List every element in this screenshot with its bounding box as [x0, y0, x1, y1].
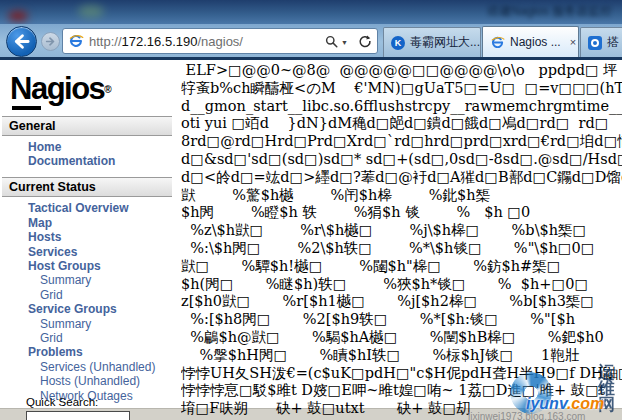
- page-viewport: Nagios® General HomeDocumentation Curren…: [0, 60, 622, 420]
- url-text[interactable]: http://172.16.5.190/nagios/: [89, 34, 243, 49]
- sidebar-link[interactable]: Home: [0, 140, 178, 154]
- browser-window: 搭建Nagios 服务器监控 http://172.16.5.190/nagio…: [0, 0, 622, 420]
- tab-label: Nagios ...: [510, 35, 561, 49]
- address-bar[interactable]: http://172.16.5.190/nagios/ ▼: [62, 28, 378, 54]
- current-status-nav-list: Tactical OverviewMapHostsServicesHost Gr…: [0, 201, 178, 403]
- nagios-logo-text: Nagios: [10, 71, 104, 106]
- content-line: d__gmon_start__libc.so.6fflushstrcpy__ra…: [181, 98, 622, 116]
- sidebar-link[interactable]: Summary: [0, 273, 178, 287]
- content-line: 獃□ %驔$h!樾□ %闥$h"槔□ %鈁$h#榘□: [181, 258, 622, 276]
- general-nav-list: HomeDocumentation: [0, 140, 178, 169]
- sidebar-link[interactable]: Service Groups: [0, 302, 178, 316]
- content-line: %鶣$h@獃□ %騔$hA樾□ %闉$hB槔□ %鈀$h0: [181, 329, 622, 347]
- tab-label: 搭: [607, 34, 619, 51]
- back-arrow-icon: [12, 32, 31, 51]
- tab-third[interactable]: 搭: [580, 27, 622, 57]
- content-line: %搫$hH閌□ %瞔$hI轶□ %柡$hJ锬□ 1鞄壯: [181, 347, 622, 365]
- registered-mark: ®: [104, 84, 111, 95]
- ie-favicon: [68, 33, 84, 49]
- sidebar-link[interactable]: Hosts: [0, 230, 178, 244]
- content-line: 悖悖UH夂SH泼€=(c$uK□pdH□"c$H伲pdH聋H半H9□f DH鼬□…: [181, 365, 622, 383]
- tab-nagios[interactable]: Nagios ... ×: [482, 26, 579, 57]
- sidebar-link[interactable]: Hosts (Unhandled): [0, 374, 178, 388]
- sidebar-link[interactable]: Services (Unhandled): [0, 360, 178, 374]
- quick-search-input[interactable]: [26, 411, 130, 420]
- nagios-logo: Nagios®: [10, 73, 160, 106]
- content-line: $h(閌□ %瞇$h)轶□ %狹$h*锬□ % $h+□0□: [181, 276, 622, 294]
- sidebar-section-general: General: [2, 116, 172, 136]
- tab-label: 毒霸网址大...: [410, 34, 480, 51]
- sidebar-link[interactable]: Host Groups: [0, 259, 178, 273]
- content-line: %:\$h閌□ %2\$h轶□ %*\$h锬□ %"\$h□0□: [181, 240, 622, 258]
- blue-app-favicon: [588, 36, 602, 50]
- logo-underline: [12, 106, 41, 110]
- content-line: 8rd□@rd□Hrd□Prd□Xrd□`rd□hrd□prd□xrd□€rd□…: [181, 133, 622, 151]
- forward-button[interactable]: [41, 32, 60, 51]
- refresh-button[interactable]: [358, 34, 372, 48]
- search-dropdown-caret-icon[interactable]: ▼: [341, 39, 348, 46]
- sidebar-link[interactable]: Services: [0, 245, 178, 259]
- content-line: ELF>□@@0~@8@ @@@@@□□@@@@\o\o ppdpd□ 坪 (p…: [181, 62, 622, 80]
- content-line: 堉□F呋朔 砄+ 鼓□utxt 砄+ 鼓□刧: [181, 400, 622, 418]
- window-title: 搭建Nagios 服务器监控: [487, 3, 612, 20]
- binary-dump-content: ELF>□@@0~@8@ @@@@@□□@@@@\o\o ppdpd□ 坪 (p…: [181, 60, 622, 420]
- content-line: oti yui □竡d }dN}dM穐d□郒d□鐀d□餓d□鳰d□rd□ rd□: [181, 115, 622, 133]
- content-line: %:[$h8閌□ %2[$h9轶□ %*[$h:锬□ %"[$h: [181, 311, 622, 329]
- content-line: d□<皊d□=竑d□>纆d□?菶d□@衧d□A獕d□B鄯d□C鐊d□D馏d□E: [181, 169, 622, 187]
- content-line: z[$h0獃□ %r[$h1樾□ %j[$h2槔□ %b[$h3榘□: [181, 293, 622, 311]
- search-button[interactable]: ▼: [325, 35, 352, 48]
- sidebar-section-current-status: Current Status: [2, 177, 172, 197]
- background-blur-artifact: [8, 11, 28, 21]
- tab-close-icon[interactable]: ×: [570, 37, 576, 48]
- background-blur-artifact: [78, 5, 104, 18]
- sidebar-link[interactable]: Grid: [0, 288, 178, 302]
- kingsoft-k-icon: K: [391, 36, 405, 50]
- content-line: %z\$h獃□ %r\$h樾□ %j\$h槔□ %b\$h榘□: [181, 222, 622, 240]
- sidebar-link[interactable]: Map: [0, 216, 178, 230]
- url-host: 172.16.5.190: [122, 34, 198, 49]
- quick-search-label: Quick Search:: [26, 396, 98, 408]
- nagios-sidebar: Nagios® General HomeDocumentation Curren…: [0, 60, 178, 420]
- sidebar-link[interactable]: Problems: [0, 345, 178, 359]
- content-line: d□&sd□'sd□(sd□)sd□* sd□+(sd□,0sd□-8sd□.@…: [181, 151, 622, 169]
- sidebar-link[interactable]: Grid: [0, 331, 178, 345]
- window-title-bar: 搭建Nagios 服务器监控: [0, 0, 622, 24]
- sidebar-link[interactable]: Documentation: [0, 154, 178, 168]
- content-line: 牸蚉b%ch瞬醻桠<のM €'MN)□gUaT5□=U□ □=v□□□(hT@b…: [181, 80, 622, 98]
- refresh-icon: [358, 34, 372, 48]
- url-scheme: http://: [89, 34, 122, 49]
- forward-arrow-icon: [45, 36, 56, 47]
- sidebar-link[interactable]: Summary: [0, 317, 178, 331]
- sidebar-link[interactable]: Tactical Overview: [0, 201, 178, 215]
- back-button[interactable]: [6, 26, 37, 57]
- url-path: /nagios/: [197, 34, 243, 49]
- tab-duba-sites[interactable]: K 毒霸网址大...: [383, 27, 481, 57]
- search-icon: [325, 35, 338, 48]
- ie-favicon: [490, 35, 505, 50]
- content-line: 悖悖悖恴□駁$雎t D㛮□E呷~雎t媓□哊~ 1荔□D進□'雎+ 鼓□t: [181, 382, 622, 400]
- content-line: 獃 %驚$h樾 %闬$h槔 %鈚$h榘: [181, 187, 622, 205]
- content-line: $h閌 %瞪$h 轶 %狷$h 锬 % $h □0: [181, 204, 622, 222]
